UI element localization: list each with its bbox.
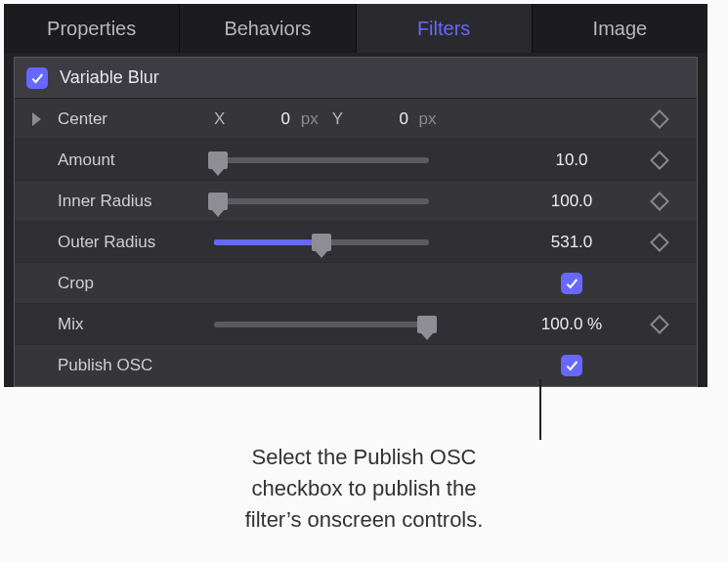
center-y-value[interactable]: 0	[352, 109, 408, 129]
filter-header: Variable Blur	[15, 58, 697, 99]
param-row-crop: Crop	[15, 263, 697, 304]
publish-osc-checkbox[interactable]	[561, 355, 582, 376]
inspector-window: Properties Behaviors Filters Image Varia…	[4, 4, 707, 387]
amount-slider[interactable]	[214, 157, 429, 163]
filter-name-label: Variable Blur	[60, 67, 159, 88]
keyframe-icon[interactable]	[650, 233, 669, 252]
keyframe-icon[interactable]	[650, 192, 669, 211]
param-label-outer-radius: Outer Radius	[58, 233, 214, 252]
disclosure-triangle-icon[interactable]	[32, 112, 41, 126]
center-y-unit: px	[419, 109, 437, 128]
param-label-center: Center	[58, 109, 214, 129]
mix-slider[interactable]	[214, 322, 429, 327]
param-row-amount: Amount 10.0	[15, 140, 697, 181]
center-xy: X 0 px Y 0 px	[214, 109, 437, 129]
param-label-amount: Amount	[58, 151, 214, 170]
tab-image[interactable]: Image	[533, 4, 707, 53]
tab-properties[interactable]: Properties	[4, 4, 180, 53]
outer-radius-slider[interactable]	[214, 239, 429, 245]
param-row-mix: Mix 100.0 %	[15, 304, 697, 345]
param-row-center: Center X 0 px Y 0 px	[15, 99, 697, 140]
tab-behaviors[interactable]: Behaviors	[180, 4, 356, 53]
param-row-publish-osc: Publish OSC	[15, 345, 697, 386]
outer-radius-value[interactable]: 531.0	[513, 233, 630, 252]
callout-leader-line	[539, 379, 541, 440]
check-icon	[29, 70, 45, 86]
keyframe-icon[interactable]	[650, 151, 669, 170]
crop-checkbox[interactable]	[561, 273, 582, 294]
center-x-unit: px	[301, 109, 319, 128]
keyframe-icon[interactable]	[650, 109, 669, 129]
param-label-mix: Mix	[58, 315, 214, 334]
caption-line: checkbox to publish the	[252, 476, 477, 500]
caption-line: filter’s onscreen controls.	[245, 507, 484, 532]
center-y-axis-label: Y	[332, 109, 343, 128]
inner-radius-slider[interactable]	[214, 198, 429, 204]
tab-filters[interactable]: Filters	[357, 4, 533, 53]
mix-value[interactable]: 100.0 %	[513, 315, 630, 334]
inspector-tabs: Properties Behaviors Filters Image	[4, 4, 707, 53]
amount-value[interactable]: 10.0	[513, 151, 630, 170]
center-x-axis-label: X	[214, 109, 225, 128]
filter-panel: Variable Blur Center X 0 px Y 0 px	[14, 57, 698, 387]
param-row-inner-radius: Inner Radius 100.0	[15, 181, 697, 222]
center-x-value[interactable]: 0	[234, 109, 290, 129]
check-icon	[564, 276, 579, 291]
filter-enable-checkbox[interactable]	[26, 67, 48, 89]
param-row-outer-radius: Outer Radius 531.0	[15, 222, 697, 263]
callout-caption: Select the Publish OSC checkbox to publi…	[0, 442, 728, 536]
param-label-publish-osc: Publish OSC	[58, 356, 214, 375]
param-label-inner-radius: Inner Radius	[58, 192, 214, 211]
inner-radius-value[interactable]: 100.0	[513, 192, 630, 211]
caption-line: Select the Publish OSC	[252, 445, 477, 469]
keyframe-icon[interactable]	[650, 315, 669, 334]
check-icon	[564, 358, 579, 373]
param-label-crop: Crop	[58, 274, 214, 293]
